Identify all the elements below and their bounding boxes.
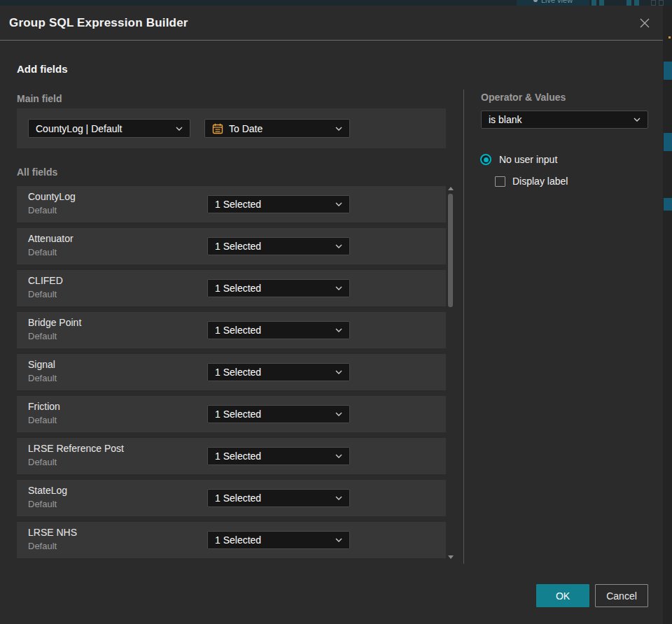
main-field-panel: CountyLog | Default To Date [17, 108, 446, 148]
chevron-down-icon [335, 496, 342, 500]
field-subtitle: Default [28, 247, 57, 257]
field-values-select[interactable]: 1 Selected [207, 531, 350, 549]
add-fields-heading: Add fields [17, 63, 68, 75]
close-icon [639, 17, 650, 29]
field-subtitle: Default [28, 415, 57, 425]
background-panel-button [664, 62, 672, 80]
field-subtitle: Default [28, 499, 57, 509]
field-values-select-value: 1 Selected [215, 534, 261, 546]
field-row: Attenuator Default 1 Selected [17, 228, 446, 264]
chevron-down-icon [335, 127, 342, 131]
main-field-label: Main field [17, 93, 62, 104]
panel-divider [463, 90, 464, 564]
field-subtitle: Default [28, 457, 57, 467]
live-view-label: Live view [541, 0, 573, 4]
field-row: CLIFED Default 1 Selected [17, 270, 446, 306]
checkbox-unchecked-icon [495, 176, 505, 187]
pause-bar-icon [626, 0, 631, 6]
chevron-down-icon [335, 202, 342, 206]
scrollbar-down-icon[interactable] [448, 555, 454, 559]
chevron-down-icon [335, 370, 342, 374]
ok-button[interactable]: OK [536, 584, 589, 607]
field-values-select[interactable]: 1 Selected [207, 405, 350, 423]
background-panel-button [664, 198, 672, 211]
all-fields-label: All fields [17, 166, 57, 178]
field-name: CountyLog [28, 191, 76, 202]
field-subtitle: Default [28, 289, 57, 299]
field-row: Friction Default 1 Selected [17, 396, 446, 432]
dialog-header: Group SQL Expression Builder [0, 6, 663, 41]
field-name: LRSE NHS [28, 527, 77, 538]
field-subtitle: Default [28, 331, 57, 341]
field-values-select[interactable]: 1 Selected [207, 237, 350, 255]
dialog-title: Group SQL Expression Builder [0, 16, 188, 30]
field-name: Bridge Point [28, 317, 81, 328]
date-type-select[interactable]: To Date [204, 119, 350, 138]
field-values-select-value: 1 Selected [215, 367, 261, 378]
scrollbar-thumb[interactable] [448, 194, 453, 307]
pause-bar-icon [659, 0, 664, 6]
field-row: StateLog Default 1 Selected [17, 480, 446, 516]
group-sql-expression-builder-dialog: Group SQL Expression Builder Add fields … [0, 6, 663, 624]
chevron-down-icon [335, 286, 342, 290]
background-app-right-strip [663, 6, 672, 624]
field-name: Attenuator [28, 233, 74, 244]
field-row: LRSE Reference Post Default 1 Selected [17, 438, 446, 474]
operator-select[interactable]: is blank [481, 111, 648, 129]
live-view-dot-icon [533, 0, 538, 2]
field-values-select-value: 1 Selected [215, 241, 261, 252]
field-subtitle: Default [28, 541, 57, 551]
no-user-input-label: No user input [499, 154, 557, 165]
field-name: Friction [28, 401, 60, 412]
field-row: CountyLog Default 1 Selected [17, 186, 446, 222]
live-view-button[interactable]: Live view [517, 0, 589, 6]
field-values-select-value: 1 Selected [215, 199, 261, 210]
field-values-select-value: 1 Selected [215, 409, 261, 420]
no-user-input-radio[interactable]: No user input [480, 154, 557, 165]
pause-bar-icon [651, 0, 656, 6]
radio-selected-icon [480, 154, 491, 165]
background-app-top-strip: Live view [0, 0, 672, 6]
field-values-select-value: 1 Selected [215, 325, 261, 336]
field-name: Signal [28, 359, 55, 370]
background-indicator [668, 36, 671, 38]
main-field-select-value: CountyLog | Default [36, 123, 122, 134]
pause-bar-icon [599, 0, 604, 6]
pause-bar-icon [634, 0, 639, 6]
chevron-down-icon [335, 244, 342, 248]
field-row: Bridge Point Default 1 Selected [17, 312, 446, 348]
field-row: Signal Default 1 Selected [17, 354, 446, 390]
all-fields-list: CountyLog Default 1 Selected Attenuator … [17, 186, 446, 564]
field-values-select[interactable]: 1 Selected [207, 363, 350, 381]
field-values-select-value: 1 Selected [215, 451, 261, 462]
cancel-button[interactable]: Cancel [595, 584, 648, 607]
chevron-down-icon [634, 118, 640, 122]
background-panel-button [664, 133, 672, 151]
field-subtitle: Default [28, 205, 57, 215]
chevron-down-icon [335, 412, 342, 416]
field-values-select[interactable]: 1 Selected [207, 279, 350, 297]
field-name: StateLog [28, 485, 67, 496]
chevron-down-icon [176, 127, 183, 131]
field-values-select[interactable]: 1 Selected [207, 447, 350, 465]
calendar-icon [212, 123, 223, 134]
display-label-label: Display label [512, 176, 568, 187]
field-values-select[interactable]: 1 Selected [207, 321, 350, 339]
field-values-select-value: 1 Selected [215, 283, 261, 294]
chevron-down-icon [335, 454, 342, 458]
chevron-down-icon [335, 538, 342, 542]
field-values-select[interactable]: 1 Selected [207, 195, 350, 213]
operator-values-label: Operator & Values [481, 92, 566, 103]
close-button[interactable] [636, 15, 653, 31]
chevron-down-icon [335, 328, 342, 332]
display-label-checkbox[interactable]: Display label [495, 176, 568, 187]
date-type-select-value: To Date [229, 123, 262, 134]
field-name: CLIFED [28, 275, 63, 286]
scrollbar-up-icon[interactable] [448, 187, 454, 190]
operator-select-value: is blank [489, 114, 522, 125]
pause-bar-icon [592, 0, 596, 6]
field-values-select[interactable]: 1 Selected [207, 489, 350, 507]
field-row: LRSE NHS Default 1 Selected [17, 522, 446, 558]
field-subtitle: Default [28, 373, 57, 383]
main-field-select[interactable]: CountyLog | Default [28, 119, 190, 138]
